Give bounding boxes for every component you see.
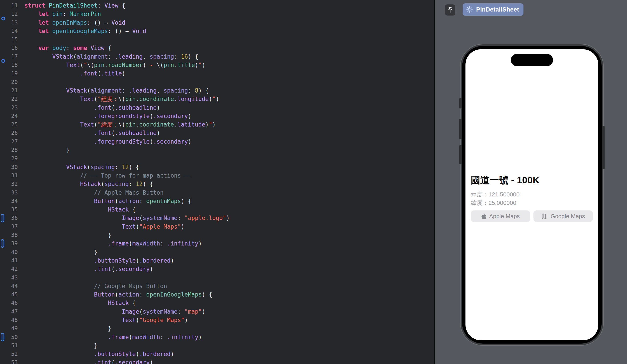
code-line[interactable]: 47 Image(systemName: "map") bbox=[0, 307, 434, 316]
line-number[interactable]: 38 bbox=[0, 231, 18, 239]
code-line[interactable]: 14 let openInGoogleMaps: () → Void bbox=[0, 27, 434, 35]
code-line[interactable]: 50 .frame(maxWidth: .infinity) bbox=[0, 333, 434, 341]
line-number[interactable]: 21 bbox=[0, 86, 18, 95]
code-line[interactable]: 40 } bbox=[0, 248, 434, 256]
line-number[interactable]: 16 bbox=[0, 44, 18, 52]
code-line[interactable]: 38 } bbox=[0, 231, 434, 239]
line-number[interactable]: 24 bbox=[0, 112, 18, 120]
code-line[interactable]: 29 bbox=[0, 154, 434, 163]
code-line[interactable]: 42 .tint(.secondary) bbox=[0, 265, 434, 273]
line-number[interactable]: 40 bbox=[0, 248, 18, 256]
code-line[interactable]: 13 let openInMaps: () → Void bbox=[0, 18, 434, 27]
code-line[interactable]: 37 Text("Apple Maps") bbox=[0, 222, 434, 231]
code-line[interactable]: 36 Image(systemName: "apple.logo") bbox=[0, 214, 434, 222]
line-number[interactable]: 31 bbox=[0, 171, 18, 180]
code-line[interactable]: 25 Text("緯度：\(pin.coordinate.latitude)") bbox=[0, 120, 434, 129]
line-number[interactable]: 45 bbox=[0, 290, 18, 299]
line-number[interactable]: 41 bbox=[0, 256, 18, 265]
line-number[interactable]: 35 bbox=[0, 205, 18, 214]
token: ( bbox=[94, 96, 98, 102]
code-line[interactable]: 27 .foregroundStyle(.secondary) bbox=[0, 137, 434, 146]
token: Image bbox=[122, 308, 139, 315]
code-line[interactable]: 28 } bbox=[0, 146, 434, 154]
code-line[interactable]: 35 HStack { bbox=[0, 205, 434, 214]
line-number[interactable]: 46 bbox=[0, 299, 18, 307]
code-line[interactable]: 48 Text("Google Maps") bbox=[0, 316, 434, 324]
code-line[interactable]: 15 bbox=[0, 35, 434, 44]
code-line[interactable]: 32 HStack(spacing: 12) { bbox=[0, 180, 434, 188]
line-number[interactable]: 30 bbox=[0, 163, 18, 171]
line-number[interactable]: 11 bbox=[0, 1, 18, 10]
code-text: HStack(spacing: 12) { bbox=[18, 180, 153, 188]
line-number[interactable]: 28 bbox=[0, 146, 18, 154]
line-number[interactable]: 25 bbox=[0, 120, 18, 129]
line-number[interactable]: 47 bbox=[0, 307, 18, 316]
indent bbox=[24, 308, 122, 315]
line-number[interactable]: 44 bbox=[0, 282, 18, 290]
code-text: .buttonStyle(.bordered) bbox=[18, 350, 174, 358]
line-number[interactable]: 14 bbox=[0, 27, 18, 35]
line-number[interactable]: 43 bbox=[0, 273, 18, 282]
line-number[interactable]: 19 bbox=[0, 69, 18, 78]
indent bbox=[24, 70, 80, 77]
line-number[interactable]: 34 bbox=[0, 197, 18, 205]
code-line[interactable]: 20 bbox=[0, 78, 434, 86]
line-number[interactable]: 52 bbox=[0, 350, 18, 358]
token: var bbox=[38, 45, 49, 51]
code-line[interactable]: 45 Button(action: openInGoogleMaps) { bbox=[0, 290, 434, 299]
code-line[interactable]: 11struct PinDetailSheet: View { bbox=[0, 1, 434, 10]
line-number[interactable]: 20 bbox=[0, 78, 18, 86]
code-line[interactable]: 16 var body: some View { bbox=[0, 44, 434, 52]
line-number[interactable]: 23 bbox=[0, 103, 18, 112]
code-line[interactable]: 33 // Apple Maps Button bbox=[0, 188, 434, 197]
code-line[interactable]: 18 Text("\(pin.roadNumber) - \(pin.title… bbox=[0, 61, 434, 69]
code-line[interactable]: 31 // —— Top row for map actions —— bbox=[0, 171, 434, 180]
pin-preview-button[interactable] bbox=[445, 4, 455, 15]
line-number[interactable]: 37 bbox=[0, 222, 18, 231]
code-line[interactable]: 52 .buttonStyle(.bordered) bbox=[0, 350, 434, 358]
code-line[interactable]: 44 // Google Maps Button bbox=[0, 282, 434, 290]
token: pin.coordinate bbox=[125, 121, 174, 128]
pushpin-icon bbox=[447, 6, 454, 14]
line-number[interactable]: 49 bbox=[0, 324, 18, 333]
code-line[interactable]: 21 VStack(alignment: .leading, spacing: … bbox=[0, 86, 434, 95]
line-number[interactable]: 29 bbox=[0, 154, 18, 163]
line-number[interactable]: 26 bbox=[0, 129, 18, 137]
code-line[interactable]: 34 Button(action: openInMaps) { bbox=[0, 197, 434, 205]
token: ( bbox=[150, 113, 153, 119]
token: ) bbox=[202, 308, 205, 315]
code-line[interactable]: 41 .buttonStyle(.bordered) bbox=[0, 256, 434, 265]
token: action bbox=[118, 291, 139, 298]
code-line[interactable]: 43 bbox=[0, 273, 434, 282]
token: .buttonStyle bbox=[94, 351, 136, 357]
google-maps-button[interactable]: Google Maps bbox=[533, 210, 593, 222]
line-number[interactable]: 22 bbox=[0, 95, 18, 103]
line-number[interactable]: 33 bbox=[0, 188, 18, 197]
code-line[interactable]: 46 HStack { bbox=[0, 299, 434, 307]
apple-maps-button[interactable]: Apple Maps bbox=[471, 210, 530, 222]
preview-chip[interactable]: PinDetailSheet bbox=[463, 3, 523, 16]
code-line[interactable]: 17 VStack(alignment: .leading, spacing: … bbox=[0, 52, 434, 61]
code-line[interactable]: 26 .font(.subheadline) bbox=[0, 129, 434, 137]
indent bbox=[24, 334, 108, 340]
line-number[interactable]: 48 bbox=[0, 316, 18, 324]
code-line[interactable]: 12 let pin: MarkerPin bbox=[0, 10, 434, 18]
token: .infinity bbox=[167, 334, 198, 340]
line-number[interactable]: 27 bbox=[0, 137, 18, 146]
line-number[interactable]: 15 bbox=[0, 35, 18, 44]
code-line[interactable]: 39 .frame(maxWidth: .infinity) bbox=[0, 239, 434, 248]
code-line[interactable]: 49 } bbox=[0, 324, 434, 333]
code-line[interactable]: 24 .foregroundStyle(.secondary) bbox=[0, 112, 434, 120]
line-number[interactable]: 42 bbox=[0, 265, 18, 273]
code-line[interactable]: 30 VStack(spacing: 12) { bbox=[0, 163, 434, 171]
code-line[interactable]: 22 Text("經度：\(pin.coordinate.longitude)"… bbox=[0, 95, 434, 103]
line-number[interactable]: 51 bbox=[0, 341, 18, 350]
line-number[interactable]: 32 bbox=[0, 180, 18, 188]
code-editor[interactable]: 11struct PinDetailSheet: View {12 let pi… bbox=[0, 0, 434, 364]
line-number[interactable]: 53 bbox=[0, 358, 18, 364]
token: ) { bbox=[188, 53, 198, 60]
code-line[interactable]: 51 } bbox=[0, 341, 434, 350]
code-line[interactable]: 19 .font(.title) bbox=[0, 69, 434, 78]
code-line[interactable]: 53 .tint(.secondary) bbox=[0, 358, 434, 364]
code-line[interactable]: 23 .font(.subheadline) bbox=[0, 103, 434, 112]
